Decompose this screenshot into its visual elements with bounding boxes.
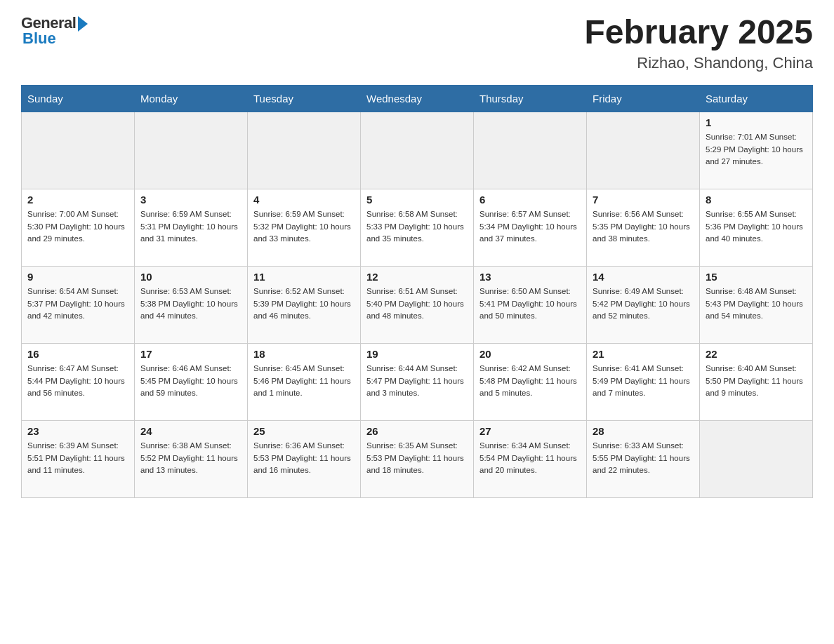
weekday-header-tuesday: Tuesday: [248, 85, 361, 112]
day-info: Sunrise: 6:46 AM Sunset: 5:45 PM Dayligh…: [140, 363, 241, 400]
day-info: Sunrise: 7:00 AM Sunset: 5:30 PM Dayligh…: [27, 208, 128, 246]
weekday-header-row: SundayMondayTuesdayWednesdayThursdayFrid…: [22, 85, 813, 112]
calendar-cell: 3Sunrise: 6:59 AM Sunset: 5:31 PM Daylig…: [135, 189, 248, 266]
calendar-cell: [587, 112, 700, 189]
day-info: Sunrise: 6:59 AM Sunset: 5:31 PM Dayligh…: [140, 208, 241, 246]
weekday-header-thursday: Thursday: [474, 85, 587, 112]
weekday-header-monday: Monday: [135, 85, 248, 112]
calendar-week-row: 23Sunrise: 6:39 AM Sunset: 5:51 PM Dayli…: [22, 420, 813, 497]
calendar-cell: 5Sunrise: 6:58 AM Sunset: 5:33 PM Daylig…: [361, 189, 474, 266]
day-info: Sunrise: 6:38 AM Sunset: 5:52 PM Dayligh…: [140, 440, 241, 477]
weekday-header-wednesday: Wednesday: [361, 85, 474, 112]
day-number: 27: [479, 425, 581, 437]
day-info: Sunrise: 6:45 AM Sunset: 5:46 PM Dayligh…: [253, 363, 355, 400]
page-header: General Blue February 2025 Rizhao, Shand…: [21, 14, 813, 72]
calendar-cell: 12Sunrise: 6:51 AM Sunset: 5:40 PM Dayli…: [361, 266, 474, 343]
day-info: Sunrise: 6:53 AM Sunset: 5:38 PM Dayligh…: [140, 286, 241, 323]
day-info: Sunrise: 6:34 AM Sunset: 5:54 PM Dayligh…: [479, 440, 581, 477]
day-info: Sunrise: 6:42 AM Sunset: 5:48 PM Dayligh…: [479, 363, 581, 400]
day-info: Sunrise: 6:50 AM Sunset: 5:41 PM Dayligh…: [479, 286, 581, 323]
day-number: 22: [706, 348, 807, 360]
calendar-week-row: 1Sunrise: 7:01 AM Sunset: 5:29 PM Daylig…: [22, 112, 813, 189]
day-number: 15: [706, 271, 807, 283]
calendar-cell: [474, 112, 587, 189]
day-number: 7: [593, 194, 694, 206]
calendar-cell: [135, 112, 248, 189]
calendar-cell: [248, 112, 361, 189]
calendar-cell: 22Sunrise: 6:40 AM Sunset: 5:50 PM Dayli…: [700, 343, 813, 420]
day-number: 2: [27, 194, 128, 206]
day-number: 3: [140, 194, 241, 206]
day-info: Sunrise: 7:01 AM Sunset: 5:29 PM Dayligh…: [706, 131, 807, 168]
calendar-cell: [700, 420, 813, 497]
day-info: Sunrise: 6:44 AM Sunset: 5:47 PM Dayligh…: [366, 363, 468, 400]
day-number: 26: [366, 425, 468, 437]
weekday-header-friday: Friday: [587, 85, 700, 112]
calendar-cell: 19Sunrise: 6:44 AM Sunset: 5:47 PM Dayli…: [361, 343, 474, 420]
calendar-cell: 10Sunrise: 6:53 AM Sunset: 5:38 PM Dayli…: [135, 266, 248, 343]
weekday-header-sunday: Sunday: [22, 85, 135, 112]
day-number: 9: [27, 271, 128, 283]
day-info: Sunrise: 6:56 AM Sunset: 5:35 PM Dayligh…: [593, 208, 694, 246]
day-info: Sunrise: 6:48 AM Sunset: 5:43 PM Dayligh…: [706, 286, 807, 323]
calendar-cell: 24Sunrise: 6:38 AM Sunset: 5:52 PM Dayli…: [135, 420, 248, 497]
day-info: Sunrise: 6:33 AM Sunset: 5:55 PM Dayligh…: [593, 440, 694, 477]
day-number: 23: [27, 425, 128, 437]
calendar-cell: 16Sunrise: 6:47 AM Sunset: 5:44 PM Dayli…: [22, 343, 135, 420]
day-info: Sunrise: 6:58 AM Sunset: 5:33 PM Dayligh…: [366, 208, 468, 246]
day-info: Sunrise: 6:57 AM Sunset: 5:34 PM Dayligh…: [479, 208, 581, 246]
calendar-cell: 2Sunrise: 7:00 AM Sunset: 5:30 PM Daylig…: [22, 189, 135, 266]
day-number: 20: [479, 348, 581, 360]
calendar-cell: 26Sunrise: 6:35 AM Sunset: 5:53 PM Dayli…: [361, 420, 474, 497]
day-number: 12: [366, 271, 468, 283]
logo-blue-text: Blue: [22, 29, 56, 48]
day-number: 25: [253, 425, 355, 437]
calendar-cell: 23Sunrise: 6:39 AM Sunset: 5:51 PM Dayli…: [22, 420, 135, 497]
day-number: 14: [593, 271, 694, 283]
calendar-cell: 9Sunrise: 6:54 AM Sunset: 5:37 PM Daylig…: [22, 266, 135, 343]
calendar-cell: [361, 112, 474, 189]
calendar-cell: 27Sunrise: 6:34 AM Sunset: 5:54 PM Dayli…: [474, 420, 587, 497]
calendar-cell: 14Sunrise: 6:49 AM Sunset: 5:42 PM Dayli…: [587, 266, 700, 343]
calendar-week-row: 16Sunrise: 6:47 AM Sunset: 5:44 PM Dayli…: [22, 343, 813, 420]
calendar-cell: 28Sunrise: 6:33 AM Sunset: 5:55 PM Dayli…: [587, 420, 700, 497]
calendar-cell: 17Sunrise: 6:46 AM Sunset: 5:45 PM Dayli…: [135, 343, 248, 420]
location-title: Rizhao, Shandong, China: [584, 54, 813, 72]
calendar-table: SundayMondayTuesdayWednesdayThursdayFrid…: [21, 85, 813, 498]
day-number: 18: [253, 348, 355, 360]
day-info: Sunrise: 6:39 AM Sunset: 5:51 PM Dayligh…: [27, 440, 128, 477]
day-info: Sunrise: 6:47 AM Sunset: 5:44 PM Dayligh…: [27, 363, 128, 400]
calendar-cell: 6Sunrise: 6:57 AM Sunset: 5:34 PM Daylig…: [474, 189, 587, 266]
day-info: Sunrise: 6:51 AM Sunset: 5:40 PM Dayligh…: [366, 286, 468, 323]
month-title: February 2025: [584, 14, 813, 51]
calendar-week-row: 9Sunrise: 6:54 AM Sunset: 5:37 PM Daylig…: [22, 266, 813, 343]
calendar-cell: 15Sunrise: 6:48 AM Sunset: 5:43 PM Dayli…: [700, 266, 813, 343]
day-info: Sunrise: 6:40 AM Sunset: 5:50 PM Dayligh…: [706, 363, 807, 400]
day-info: Sunrise: 6:54 AM Sunset: 5:37 PM Dayligh…: [27, 286, 128, 323]
day-info: Sunrise: 6:36 AM Sunset: 5:53 PM Dayligh…: [253, 440, 355, 477]
calendar-cell: 1Sunrise: 7:01 AM Sunset: 5:29 PM Daylig…: [700, 112, 813, 189]
day-info: Sunrise: 6:52 AM Sunset: 5:39 PM Dayligh…: [253, 286, 355, 323]
calendar-cell: 13Sunrise: 6:50 AM Sunset: 5:41 PM Dayli…: [474, 266, 587, 343]
day-number: 1: [706, 116, 807, 128]
weekday-header-saturday: Saturday: [700, 85, 813, 112]
day-number: 28: [593, 425, 694, 437]
day-number: 16: [27, 348, 128, 360]
day-info: Sunrise: 6:59 AM Sunset: 5:32 PM Dayligh…: [253, 208, 355, 246]
day-number: 4: [253, 194, 355, 206]
calendar-cell: 25Sunrise: 6:36 AM Sunset: 5:53 PM Dayli…: [248, 420, 361, 497]
day-number: 19: [366, 348, 468, 360]
day-number: 21: [593, 348, 694, 360]
day-number: 24: [140, 425, 241, 437]
calendar-week-row: 2Sunrise: 7:00 AM Sunset: 5:30 PM Daylig…: [22, 189, 813, 266]
logo-arrow-icon: [78, 16, 88, 32]
day-info: Sunrise: 6:55 AM Sunset: 5:36 PM Dayligh…: [706, 208, 807, 246]
day-number: 13: [479, 271, 581, 283]
day-number: 11: [253, 271, 355, 283]
day-number: 5: [366, 194, 468, 206]
day-info: Sunrise: 6:49 AM Sunset: 5:42 PM Dayligh…: [593, 286, 694, 323]
day-number: 6: [479, 194, 581, 206]
day-info: Sunrise: 6:41 AM Sunset: 5:49 PM Dayligh…: [593, 363, 694, 400]
title-area: February 2025 Rizhao, Shandong, China: [584, 14, 813, 72]
day-number: 8: [706, 194, 807, 206]
